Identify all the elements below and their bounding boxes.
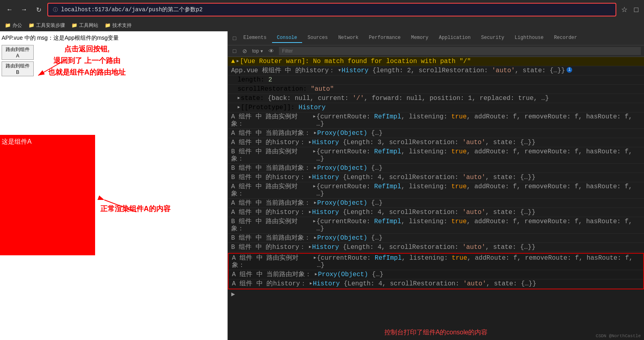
expand-arrow: ► [313,183,316,190]
component-a-box [0,135,95,255]
tab-security[interactable]: Security [476,33,509,43]
app-msg-text: APP.vue 中的 msg：这是App根组件的msg变量 [0,31,228,43]
console-warning-line: ▲ ► [Vue Router warn]: No match found fo… [228,57,644,66]
line-label: A 组件 中 路由实例对象： [232,254,311,269]
back-button[interactable]: ← [4,4,15,15]
browser-content: APP.vue 中的 msg：这是App根组件的msg变量 路由到组件A 路由到… [0,31,228,340]
lock-icon: ⓘ [53,6,58,13]
console-bottom-label: 控制台打印了组件A的console的内容 [228,325,644,340]
folder-icon: 📁 [5,22,11,29]
folder-icon: 📁 [71,22,77,29]
route-to-a-button[interactable]: 路由到组件A [2,45,34,60]
bookmark-label: 工具安装步骤 [36,22,65,29]
expand-arrow: ► [237,58,239,65]
line-value: History {Length: 4, scrollRestoration: '… [312,209,536,216]
bookmark-label: 办公 [12,22,22,29]
expand-arrow: ► [310,280,312,287]
line-value: Proxy(Object) {…} [317,200,382,207]
browser-chrome: ← → ↻ ⓘ localhost:5173/abc/a/java/push的第… [0,0,644,31]
console-line-a-history2: A 组件 中 的history： ► History {Length: 4, s… [228,208,644,217]
expand-arrow: ► [313,113,316,120]
highlighted-section: A 组件 中 路由实例对象： ► {currentRoute: RefImpl,… [228,253,644,289]
console-line-a-router2: A 组件 中 路由实例对象： ► {currentRoute: RefImpl,… [228,182,644,199]
expand-arrow: ► [238,104,240,111]
console-output[interactable]: ▲ ► [Vue Router warn]: No match found fo… [228,57,644,325]
devtools: □ Elements Console Sources Network Perfo… [228,31,644,340]
line-label: B 组件 中 路由实例对象： [231,148,310,163]
console-indent-proto: ► [[Prototype]]: History [228,103,644,112]
bookmarks-bar: 📁 办公 📁 工具安装步骤 📁 工具网站 📁 技术支持 [0,19,644,31]
warning-icon: ▲ [231,58,235,65]
forward-button[interactable]: → [18,4,30,15]
svg-line-1 [38,59,66,75]
expand-arrow: ► [314,200,316,207]
console-line-a-router: A 组件 中 路由实例对象： ► {currentRoute: RefImpl,… [228,112,644,129]
line-label: A 组件 中 的history： [231,139,306,146]
console-line-b-history1: B 组件 中 的history： ► History {Length: 4, s… [228,173,644,182]
console-line-b-route2: B 组件 中 当前路由对象： ► Proxy(Object) {…} [228,234,644,243]
address-bar[interactable]: ⓘ localhost:5173/abc/a/java/push的第二个参数p2 [47,3,616,16]
arrow-back-icon [34,55,74,79]
line-value: History {Length: 3, scrollRestoration: '… [312,139,536,146]
bookmark-office[interactable]: 📁 办公 [5,22,22,29]
expand-arrow-bottom: ► [231,291,235,298]
console-line-a-route2: A 组件 中 当前路由对象： ► Proxy(Object) {…} [228,199,644,208]
tab-network[interactable]: Network [333,33,363,43]
tab-recorder[interactable]: Recorder [549,33,582,43]
route-to-b-button[interactable]: 路由到组件B [2,61,34,76]
line-label: A 组件 中 路由实例对象： [231,183,310,197]
line-value: History {Length: 4, scrollRestoration: '… [313,280,536,287]
expand-arrow: ► [315,271,317,278]
line-label: A 组件 中 的history： [231,209,306,216]
console-bottom-expand: ► [228,290,644,299]
tab-memory[interactable]: Memory [406,33,433,43]
expand-arrow: ► [314,234,316,242]
line-label: A 组件 中 路由实例对象： [231,113,310,128]
line-value: History {Length: 4, scrollRestoration: '… [312,174,536,181]
folder-icon: 📁 [28,22,35,29]
console-line-a-route: A 组件 中 当前路由对象： ► Proxy(Object) {…} [228,129,644,138]
line-value: Proxy(Object) {…} [317,165,382,172]
bookmark-star-button[interactable]: ☆ [620,4,629,16]
expand-arrow: ► [309,139,311,146]
bookmark-install[interactable]: 📁 工具安装步骤 [28,22,65,29]
line-value: History {length: 2, scrollRestoration: '… [341,67,565,74]
console-line-app-history: App.vue 根组件 中 的history： ▼ History {lengt… [228,66,644,75]
expand-arrow: ► [314,254,316,262]
csdn-attribution: CSDN @NorthCastle [596,334,641,338]
indent-text: state: {back: null, current: '/', forwar… [241,95,549,102]
line-value: {currentRoute: RefImpl, listening: true,… [317,113,641,128]
line-label: A 组件 中 当前路由对象： [232,271,311,278]
bookmark-tools[interactable]: 📁 工具网站 [71,22,98,29]
expand-arrow: ► [313,218,316,225]
expand-arrow: ► [309,174,311,181]
line-value: Proxy(Object) {…} [318,271,383,278]
console-line-a-router-final: A 组件 中 路由实例对象： ► {currentRoute: RefImpl,… [229,254,643,270]
tab-application[interactable]: Application [434,33,475,43]
tab-performance[interactable]: Performance [364,33,405,43]
reload-button[interactable]: ↻ [33,4,44,15]
warning-text: [Vue Router warn]: No match found for lo… [240,58,471,65]
line-value: {currentRoute: RefImpl, listening: true,… [317,218,641,232]
line-label: B 组件 中 的history： [231,174,306,181]
clear-console-button[interactable]: ⊘ [241,47,249,55]
bookmark-support[interactable]: 📁 技术支持 [105,22,132,29]
expand-arrow: ▼ [338,67,341,74]
top-context-dropdown[interactable]: top ▼ [252,48,264,54]
console-filter-input[interactable] [279,47,641,55]
console-line-a-history: A 组件 中 的history： ► History {Length: 3, s… [228,138,644,147]
console-line-b-router1: B 组件 中 路由实例对象： ► {currentRoute: RefImpl,… [228,147,644,164]
devtools-inspect-button[interactable]: □ [231,34,238,42]
console-line-b-router2: B 组件 中 路由实例对象： ► {currentRoute: RefImpl,… [228,217,644,234]
sidebar-button[interactable]: □ [231,47,238,55]
eye-icon-button[interactable]: 👁 [267,47,276,55]
tab-console[interactable]: Console [272,33,302,43]
tab-elements[interactable]: Elements [238,33,271,43]
console-line-b-route1: B 组件 中 当前路由对象： ► Proxy(Object) {…} [228,164,644,173]
line-value: Proxy(Object) {…} [317,130,382,137]
tab-sources[interactable]: Sources [303,33,333,43]
expand-arrow: ► [313,148,316,155]
tab-lighthouse[interactable]: Lighthouse [510,33,549,43]
extensions-button[interactable]: □ [632,4,640,16]
url-text: localhost:5173/abc/a/java/push的第二个参数p2 [61,6,203,13]
